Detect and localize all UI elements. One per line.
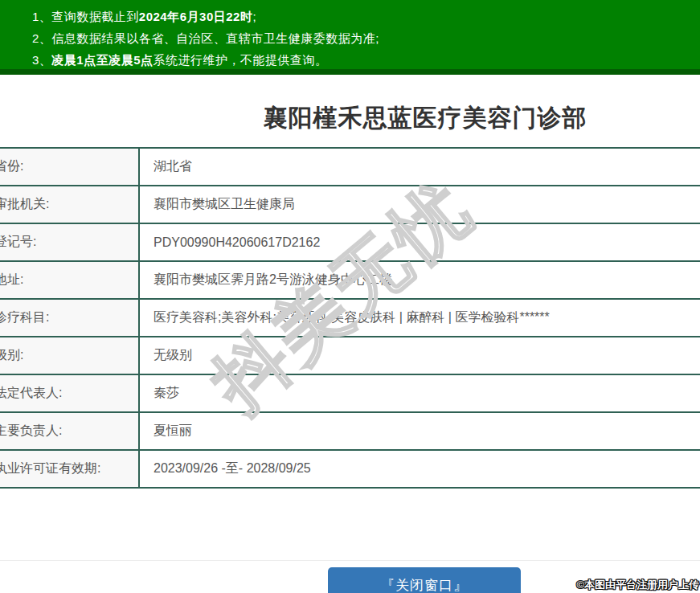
field-label: 诊疗科目: <box>0 299 139 337</box>
field-label: 主要负责人: <box>0 412 139 450</box>
field-value: 湖北省 <box>139 148 700 186</box>
notice-line-number: 1、 <box>32 10 51 23</box>
field-label: 省份: <box>0 148 139 186</box>
notice-line-number: 2、 <box>32 31 51 45</box>
notice-banner: 1、查询数据截止到2024年6月30日22时; 2、信息数据结果以各省、自治区、… <box>0 0 700 75</box>
footer-divider <box>0 560 700 561</box>
notice-text: 信息数据结果以各省、自治区、直辖市卫生健康委数据为准; <box>51 31 379 45</box>
notice-line-number: 3、 <box>32 53 51 67</box>
notice-text-bold: 凌晨1点至凌晨5点 <box>51 53 153 67</box>
table-row-level: 级别: 无级别 <box>0 337 700 374</box>
table-row-license-validity: 执业许可证有效期: 2023/09/26 -至- 2028/09/25 <box>0 450 700 488</box>
table-row-province: 省份: 湖北省 <box>0 148 700 186</box>
field-label: 地址: <box>0 261 139 299</box>
field-label: 登记号: <box>0 223 139 261</box>
notice-text: 系统进行维护，不能提供查询。 <box>154 53 328 67</box>
notice-line-1: 1、查询数据截止到2024年6月30日22时; <box>0 6 700 27</box>
image-credit-text: ©本图由平台注册用户上传 <box>576 578 699 592</box>
table-row-departments: 诊疗科目: 医疗美容科;美容外科;美容牙科;美容皮肤科 | 麻醉科 | 医学检验… <box>0 299 700 337</box>
notice-line-2: 2、信息数据结果以各省、自治区、直辖市卫生健康委数据为准; <box>0 27 700 49</box>
field-value: 夏恒丽 <box>139 412 700 450</box>
table-row-person-in-charge: 主要负责人: 夏恒丽 <box>0 412 700 450</box>
field-value: 医疗美容科;美容外科;美容牙科;美容皮肤科 | 麻醉科 | 医学检验科*****… <box>139 299 700 337</box>
close-window-button[interactable]: 『关闭窗口』 <box>328 567 521 593</box>
field-value: PDY00990H42060617D2162 <box>139 223 700 261</box>
info-table: 省份: 湖北省 审批机关: 襄阳市樊城区卫生健康局 登记号: PDY00990H… <box>0 147 700 489</box>
field-value: 襄阳市樊城区霁月路2号游泳健身中心二楼 <box>139 261 700 299</box>
field-label: 审批机关: <box>0 186 139 223</box>
table-row-address: 地址: 襄阳市樊城区霁月路2号游泳健身中心二楼 <box>0 261 700 299</box>
table-row-legal-representative: 法定代表人: 秦莎 <box>0 374 700 412</box>
notice-text: ; <box>252 10 256 23</box>
field-label: 级别: <box>0 337 139 374</box>
notice-line-3: 3、凌晨1点至凌晨5点系统进行维护，不能提供查询。 <box>0 49 700 71</box>
page-title: 襄阳槿禾思蓝医疗美容门诊部 <box>0 100 700 136</box>
table-row-approval-authority: 审批机关: 襄阳市樊城区卫生健康局 <box>0 186 700 223</box>
notice-text-bold: 2024年6月30日22时 <box>139 10 253 23</box>
field-label: 执业许可证有效期: <box>0 450 139 488</box>
table-row-registration-number: 登记号: PDY00990H42060617D2162 <box>0 223 700 261</box>
content-area: 襄阳槿禾思蓝医疗美容门诊部 省份: 湖北省 审批机关: 襄阳市樊城区卫生健康局 … <box>0 75 700 489</box>
field-value: 襄阳市樊城区卫生健康局 <box>139 186 700 223</box>
field-label: 法定代表人: <box>0 374 139 412</box>
field-value: 秦莎 <box>139 374 700 412</box>
field-value: 无级别 <box>139 337 700 374</box>
notice-text: 查询数据截止到 <box>51 10 139 23</box>
field-value: 2023/09/26 -至- 2028/09/25 <box>139 450 700 488</box>
